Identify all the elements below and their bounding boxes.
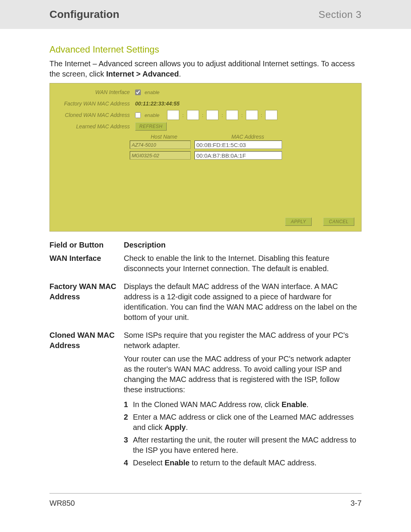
mac-address-field[interactable] — [194, 151, 282, 160]
table-row — [130, 141, 361, 149]
footer-model: WR850 — [49, 499, 75, 508]
host-name-field[interactable] — [130, 151, 191, 160]
step-text: . — [186, 423, 188, 431]
col-header-field: Field or Button — [49, 240, 124, 253]
step-number: 4 — [124, 458, 133, 468]
cloned-para2: Your router can use the MAC address of y… — [124, 354, 358, 395]
step-text: . — [306, 400, 309, 409]
field-cloned-mac: Cloned WAN MAC Address — [49, 330, 124, 478]
step-2: 2 Enter a MAC address or click one of th… — [124, 412, 358, 433]
cancel-button[interactable]: CANCEL — [323, 217, 354, 226]
cloned-enable-checkbox[interactable] — [135, 112, 141, 118]
label-learned-mac: Learned MAC Address — [50, 123, 135, 129]
wan-enable-checkbox[interactable] — [135, 89, 141, 95]
intro-bold: Internet > Advanced — [106, 70, 179, 78]
intro-part2: . — [179, 70, 181, 78]
step-text: In the Cloned WAN MAC Address row, click — [133, 400, 282, 409]
cloned-para1: Some ISPs require that you register the … — [124, 330, 358, 351]
section-heading: Advanced Internet Settings — [49, 44, 362, 55]
wan-enable-label: enable — [143, 89, 159, 95]
mac-octet-2[interactable] — [187, 110, 199, 120]
step-text: After restarting the unit, the router wi… — [133, 436, 356, 454]
footer-page: 3-7 — [350, 499, 362, 508]
desc-wan-interface: Check to enable the link to the Internet… — [124, 253, 362, 281]
step-bold: Enable — [165, 459, 190, 467]
step-3: 3 After restarting the unit, the router … — [124, 435, 358, 455]
intro-part1: The Internet – Advanced screen allows yo… — [49, 59, 355, 78]
col-header-mac: MAC Address — [198, 134, 297, 140]
step-4: 4 Deselect Enable to return to the defau… — [124, 458, 358, 468]
step-bold: Enable — [282, 400, 307, 409]
description-table: Field or Button Description WAN Interfac… — [49, 240, 362, 478]
col-header-desc: Description — [124, 240, 362, 253]
table-row — [130, 151, 361, 160]
mac-sep: : — [260, 112, 263, 118]
cloned-steps: 1 In the Cloned WAN MAC Address row, cli… — [124, 399, 358, 468]
apply-button[interactable]: APPLY — [285, 217, 312, 226]
mac-sep: : — [241, 112, 244, 118]
content: Advanced Internet Settings The Internet … — [0, 29, 411, 478]
intro-text: The Internet – Advanced screen allows yo… — [49, 59, 362, 79]
step-number: 2 — [124, 412, 133, 433]
step-text: to return to the default MAC address. — [190, 459, 317, 467]
page-footer: WR850 3-7 — [0, 494, 411, 530]
mac-address-field[interactable] — [194, 141, 282, 149]
label-wan-interface: WAN Interface — [50, 89, 135, 95]
mac-octet-5[interactable] — [246, 110, 258, 120]
page-header: Configuration Section 3 — [0, 0, 411, 29]
mac-octet-4[interactable] — [226, 110, 238, 120]
field-wan-interface: WAN Interface — [49, 253, 124, 281]
section-label: Section 3 — [319, 9, 362, 21]
step-1: 1 In the Cloned WAN MAC Address row, cli… — [124, 399, 358, 410]
step-number: 1 — [124, 399, 133, 410]
mac-octet-1[interactable] — [167, 110, 179, 120]
mac-sep: : — [221, 112, 224, 118]
page-title: Configuration — [49, 8, 119, 21]
step-bold: Apply — [165, 423, 186, 431]
field-factory-mac: Factory WAN MAC Address — [49, 281, 124, 330]
learned-table-header: Host Name MAC Address — [130, 132, 361, 141]
step-number: 3 — [124, 435, 133, 455]
mac-sep: : — [182, 112, 185, 118]
refresh-button[interactable]: REFRESH — [135, 122, 167, 131]
mac-octet-3[interactable] — [206, 110, 218, 120]
label-cloned-mac: Cloned WAN MAC Address — [50, 112, 135, 118]
cloned-enable-label: enable — [143, 112, 159, 118]
mac-sep: : — [201, 112, 204, 118]
host-name-field[interactable] — [130, 141, 191, 149]
factory-mac-value: 00:11:22:33:44:55 — [135, 101, 180, 107]
desc-factory-mac: Displays the default MAC address of the … — [124, 281, 362, 330]
router-panel: WAN Interface enable Factory WAN MAC Add… — [49, 83, 362, 232]
desc-cloned-mac: Some ISPs require that you register the … — [124, 330, 362, 478]
col-header-host: Host Name — [130, 134, 198, 140]
label-factory-mac: Factory WAN MAC Address — [50, 101, 135, 107]
mac-octet-6[interactable] — [265, 110, 277, 120]
step-text: Deselect — [133, 459, 164, 467]
